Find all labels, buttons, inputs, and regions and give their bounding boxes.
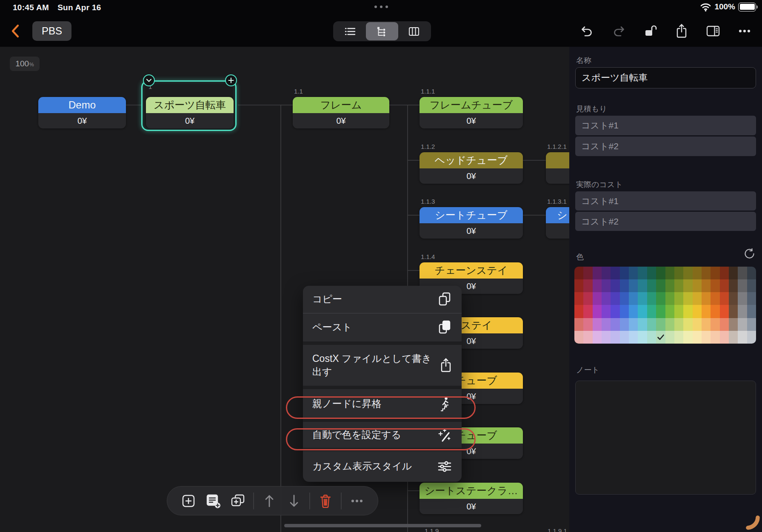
actual-cost-field-2[interactable]: コスト#2 [575, 212, 756, 231]
color-swatch[interactable] [720, 305, 729, 318]
node-box[interactable]: ヘッドチューブ 0¥ [420, 152, 523, 184]
color-swatch[interactable] [656, 305, 665, 318]
color-swatch[interactable] [629, 318, 638, 331]
color-swatch[interactable] [593, 318, 602, 331]
color-swatch[interactable] [720, 267, 729, 279]
color-swatch[interactable] [638, 267, 647, 279]
color-swatch[interactable] [656, 279, 665, 292]
node-box[interactable]: フレームチューブ 0¥ [420, 97, 523, 128]
node-box[interactable]: スポーツ自転車 0¥ [146, 97, 234, 128]
color-swatch[interactable] [702, 279, 711, 292]
unlock-button[interactable] [638, 20, 662, 42]
node-partial-0[interactable]: Demo 0¥ [38, 97, 126, 128]
color-swatch[interactable] [647, 292, 656, 305]
color-swatch[interactable] [683, 331, 692, 344]
more-tools-button[interactable] [348, 491, 366, 511]
color-swatch[interactable] [583, 267, 592, 279]
color-swatch[interactable] [747, 292, 756, 305]
color-swatch[interactable] [702, 318, 711, 331]
node-box[interactable]: シートステークラ… 0¥ [420, 483, 523, 514]
color-swatch[interactable] [656, 267, 665, 279]
color-swatch[interactable] [620, 305, 629, 318]
color-swatch[interactable] [729, 331, 738, 344]
color-swatch[interactable] [656, 318, 665, 331]
node-box[interactable]: シートチューブ 0¥ [420, 207, 523, 239]
duplicate-node-button[interactable] [228, 491, 247, 511]
segment-column-view[interactable] [398, 22, 430, 40]
color-swatch[interactable] [638, 318, 647, 331]
color-swatch[interactable] [693, 267, 702, 279]
color-swatch[interactable] [702, 292, 711, 305]
menu-item-copy[interactable]: コピー [303, 286, 462, 313]
color-swatch[interactable] [683, 279, 692, 292]
menu-item-promote-to-parent[interactable]: 親ノードに昇格 [303, 389, 462, 418]
node-1.1.1[interactable]: 1.1.1 フレームチューブ 0¥ [420, 97, 523, 128]
color-swatch[interactable] [693, 331, 702, 344]
color-swatch[interactable] [738, 305, 747, 318]
color-swatch[interactable] [747, 318, 756, 331]
color-swatch[interactable] [620, 267, 629, 279]
color-swatch[interactable] [729, 318, 738, 331]
color-swatch[interactable] [602, 279, 611, 292]
zoom-level-badge[interactable]: 100% [10, 57, 40, 71]
node-box[interactable]: Demo 0¥ [38, 97, 126, 128]
node-1.1.3.1[interactable]: 1.1.3.1 シ [546, 207, 569, 239]
menu-item-custom-display-style[interactable]: カスタム表示スタイル [303, 451, 462, 482]
color-swatch[interactable] [629, 331, 638, 344]
color-swatch[interactable] [674, 331, 683, 344]
add-child-badge[interactable] [225, 74, 237, 86]
color-swatch[interactable] [738, 331, 747, 344]
color-swatch[interactable] [683, 292, 692, 305]
add-note-button[interactable] [204, 491, 223, 511]
color-swatch[interactable] [674, 318, 683, 331]
color-swatch[interactable] [674, 267, 683, 279]
color-swatch[interactable] [574, 292, 583, 305]
add-node-button[interactable] [179, 491, 198, 511]
color-swatch[interactable] [611, 267, 619, 279]
color-swatch[interactable] [702, 267, 711, 279]
color-swatch[interactable] [574, 305, 583, 318]
menu-item-paste[interactable]: ペースト [303, 313, 462, 341]
color-swatch[interactable] [593, 331, 602, 344]
node-box[interactable]: シ [546, 207, 569, 239]
color-swatch[interactable] [720, 279, 729, 292]
color-swatch[interactable] [583, 292, 592, 305]
color-swatch[interactable] [638, 279, 647, 292]
color-swatch[interactable] [656, 331, 665, 344]
color-swatch[interactable] [711, 267, 719, 279]
undo-button[interactable] [575, 20, 599, 42]
color-swatch[interactable] [583, 318, 592, 331]
color-swatch[interactable] [665, 305, 674, 318]
color-swatch[interactable] [638, 305, 647, 318]
horizontal-scrollbar[interactable] [284, 524, 481, 527]
color-swatch[interactable] [665, 267, 674, 279]
sidebar-toggle-button[interactable] [701, 20, 725, 42]
menu-item-auto-color[interactable]: 自動で色を設定する [303, 422, 462, 448]
color-swatch[interactable] [583, 305, 592, 318]
color-swatch[interactable] [583, 279, 592, 292]
color-swatch[interactable] [638, 292, 647, 305]
color-swatch[interactable] [693, 305, 702, 318]
delete-node-button[interactable] [316, 491, 335, 511]
color-swatch[interactable] [647, 267, 656, 279]
color-swatch[interactable] [738, 279, 747, 292]
node-1.1[interactable]: 1.1 フレーム 0¥ [293, 97, 389, 128]
color-swatch[interactable] [574, 318, 583, 331]
color-swatch[interactable] [711, 279, 719, 292]
color-swatch[interactable] [602, 318, 611, 331]
color-swatch[interactable] [593, 267, 602, 279]
color-swatch[interactable] [665, 292, 674, 305]
color-swatch[interactable] [711, 318, 719, 331]
color-swatch[interactable] [693, 279, 702, 292]
color-swatch[interactable] [720, 331, 729, 344]
color-swatch[interactable] [738, 318, 747, 331]
move-up-button[interactable] [260, 491, 279, 511]
color-swatch[interactable] [702, 305, 711, 318]
color-swatch[interactable] [693, 292, 702, 305]
color-swatch[interactable] [620, 318, 629, 331]
color-swatch[interactable] [574, 279, 583, 292]
color-swatch[interactable] [647, 279, 656, 292]
color-swatch[interactable] [720, 318, 729, 331]
back-button[interactable] [7, 20, 24, 42]
color-swatch[interactable] [683, 318, 692, 331]
